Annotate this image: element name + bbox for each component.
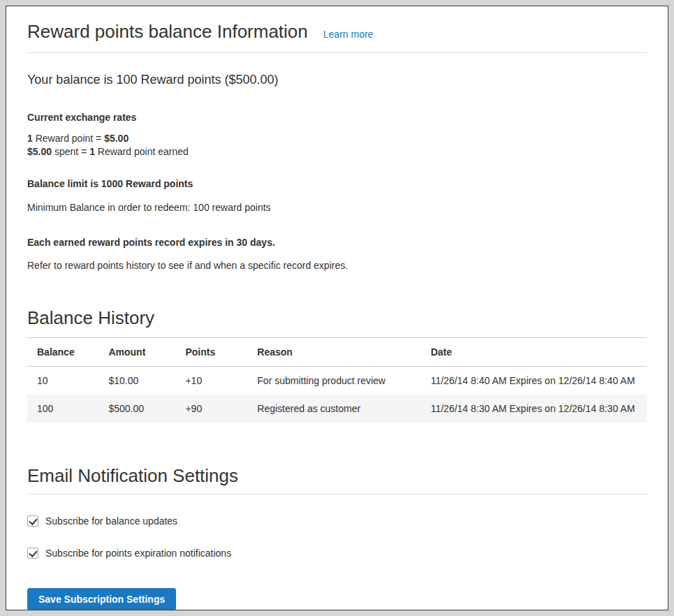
learn-more-link[interactable]: Learn more — [323, 29, 374, 40]
page-title: Reward points balance Information — [27, 22, 308, 42]
rate-spend-tail: Reward point earned — [95, 146, 189, 157]
cell-amount: $500.00 — [101, 395, 178, 423]
table-row: 100 $500.00 +90 Registered as customer 1… — [27, 395, 647, 423]
column-header-balance: Balance — [27, 337, 101, 366]
panel-header: Reward points balance Information Learn … — [27, 6, 647, 53]
email-notification-title: Email Notification Settings — [27, 466, 647, 487]
cell-reason: Registered as customer — [250, 395, 423, 423]
balance-history-title: Balance History — [27, 308, 647, 329]
exchange-rates-heading: Current exchange rates — [27, 111, 647, 125]
cell-balance: 10 — [27, 366, 101, 395]
balance-limit-group: Balance limit is 1000 Reward points Mini… — [27, 177, 647, 214]
cell-amount: $10.00 — [101, 366, 178, 395]
cell-points: +10 — [178, 366, 250, 395]
rate-earn-line: 1 Reward point = $5.00 — [27, 132, 647, 145]
rate-spend-mid: spent = — [52, 146, 89, 157]
expiry-note: Refer to reward points history to see if… — [27, 259, 647, 273]
points-expiration-label: Subscribe for points expiration notifica… — [45, 548, 231, 559]
email-section-header: Email Notification Settings — [27, 466, 647, 494]
balance-history-table: Balance Amount Points Reason Date 10 $10… — [27, 337, 647, 423]
save-subscription-button[interactable]: Save Subscription Settings — [27, 588, 176, 610]
rate-spend-value: $5.00 — [27, 146, 52, 157]
balance-updates-checkbox[interactable] — [27, 515, 38, 527]
rate-spend-line: $5.00 spent = 1 Reward point earned — [27, 145, 647, 159]
column-header-date: Date — [424, 337, 647, 366]
exchange-rate-lines: 1 Reward point = $5.00 $5.00 spent = 1 R… — [27, 132, 647, 159]
cell-points: +90 — [178, 395, 250, 423]
reward-points-panel: Reward points balance Information Learn … — [6, 6, 668, 610]
cell-reason: For submitting product review — [250, 366, 423, 395]
minimum-balance-text: Minimum Balance in order to redeem: 100 … — [27, 201, 647, 215]
balance-history-section: Balance History Balance Amount Points Re… — [27, 308, 647, 423]
email-notification-section: Email Notification Settings Subscribe fo… — [27, 466, 647, 610]
column-header-points: Points — [178, 337, 250, 366]
rate-spend-points: 1 — [89, 146, 95, 157]
balance-limit-heading: Balance limit is 1000 Reward points — [27, 177, 647, 191]
table-body: 10 $10.00 +10 For submitting product rev… — [27, 366, 647, 423]
balance-updates-option: Subscribe for balance updates — [27, 515, 647, 527]
table-header-row: Balance Amount Points Reason Date — [27, 337, 647, 366]
balance-updates-label: Subscribe for balance updates — [45, 515, 177, 527]
balance-summary: Your balance is 100 Reward points ($500.… — [27, 72, 647, 88]
expiry-heading: Each earned reward points record expires… — [27, 236, 647, 250]
cell-date: 11/26/14 8:40 AM Expires on 12/26/14 8:4… — [424, 366, 647, 395]
expiry-group: Each earned reward points record expires… — [27, 236, 647, 273]
points-expiration-option: Subscribe for points expiration notifica… — [27, 548, 647, 559]
table-row: 10 $10.00 +10 For submitting product rev… — [27, 366, 647, 395]
exchange-rates-group: Current exchange rates 1 Reward point = … — [27, 111, 647, 158]
rate-earn-points: 1 — [27, 133, 33, 144]
table-header: Balance Amount Points Reason Date — [27, 337, 647, 366]
rate-earn-mid: Reward point = — [33, 133, 104, 144]
column-header-amount: Amount — [101, 337, 178, 366]
rate-earn-value: $5.00 — [104, 133, 129, 144]
points-expiration-checkbox[interactable] — [27, 548, 38, 559]
cell-balance: 100 — [27, 395, 101, 423]
column-header-reason: Reason — [250, 337, 423, 366]
cell-date: 11/26/14 8:30 AM Expires on 12/26/14 8:3… — [424, 395, 647, 423]
